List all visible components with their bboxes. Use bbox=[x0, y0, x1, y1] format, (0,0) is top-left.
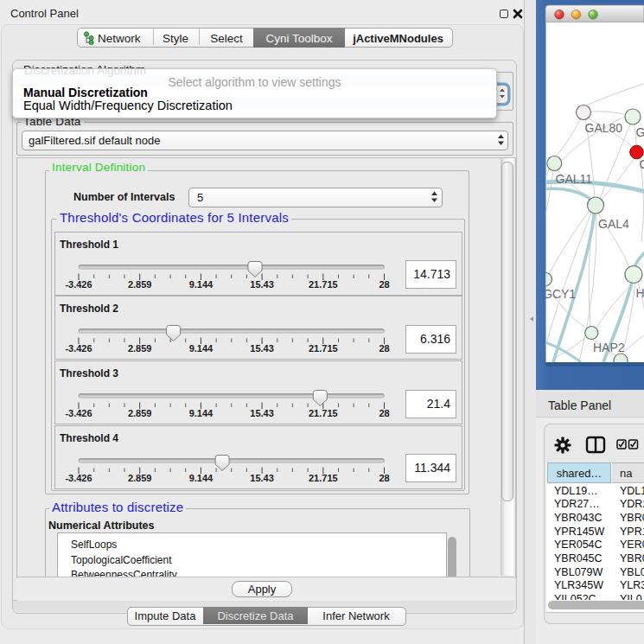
svg-text:Threshold 4: Threshold 4 bbox=[60, 432, 118, 444]
svg-text:HAP2: HAP2 bbox=[593, 341, 625, 354]
svg-text:2.859: 2.859 bbox=[128, 343, 152, 354]
svg-text:GAL80: GAL80 bbox=[585, 121, 623, 135]
svg-text:-3.426: -3.426 bbox=[65, 343, 92, 354]
svg-text:GCY1: GCY1 bbox=[543, 287, 576, 301]
svg-text:Threshold 3: Threshold 3 bbox=[60, 367, 118, 379]
svg-text:21.715: 21.715 bbox=[309, 408, 338, 418]
svg-text:HI: HI bbox=[636, 286, 644, 300]
svg-text:9.144: 9.144 bbox=[189, 343, 214, 354]
svg-text:15.43: 15.43 bbox=[250, 473, 274, 483]
svg-text:C: C bbox=[640, 157, 644, 171]
svg-text:28: 28 bbox=[379, 279, 389, 290]
svg-text:28: 28 bbox=[379, 473, 389, 483]
svg-text:-3.426: -3.426 bbox=[65, 279, 92, 290]
svg-text:-3.426: -3.426 bbox=[65, 473, 92, 483]
svg-text:21.715: 21.715 bbox=[309, 343, 338, 354]
svg-text:GAL4: GAL4 bbox=[598, 217, 629, 231]
svg-text:21.715: 21.715 bbox=[309, 473, 338, 483]
svg-text:-3.426: -3.426 bbox=[65, 408, 92, 418]
svg-text:9.144: 9.144 bbox=[189, 473, 214, 483]
svg-text:GAL11: GAL11 bbox=[556, 172, 593, 186]
svg-text:Threshold 1: Threshold 1 bbox=[60, 239, 118, 251]
svg-text:2.859: 2.859 bbox=[128, 473, 152, 483]
svg-text:15.43: 15.43 bbox=[250, 408, 274, 418]
svg-text:9.144: 9.144 bbox=[189, 408, 214, 418]
svg-text:21.715: 21.715 bbox=[309, 279, 338, 290]
svg-text:GA: GA bbox=[636, 125, 644, 139]
svg-text:2.859: 2.859 bbox=[128, 279, 152, 290]
svg-text:15.43: 15.43 bbox=[250, 343, 274, 354]
svg-text:15.43: 15.43 bbox=[250, 279, 274, 290]
svg-text:2.859: 2.859 bbox=[128, 408, 152, 418]
svg-text:28: 28 bbox=[379, 408, 389, 418]
svg-text:Threshold 2: Threshold 2 bbox=[60, 303, 118, 315]
svg-text:9.144: 9.144 bbox=[189, 279, 214, 290]
svg-text:28: 28 bbox=[379, 343, 389, 354]
